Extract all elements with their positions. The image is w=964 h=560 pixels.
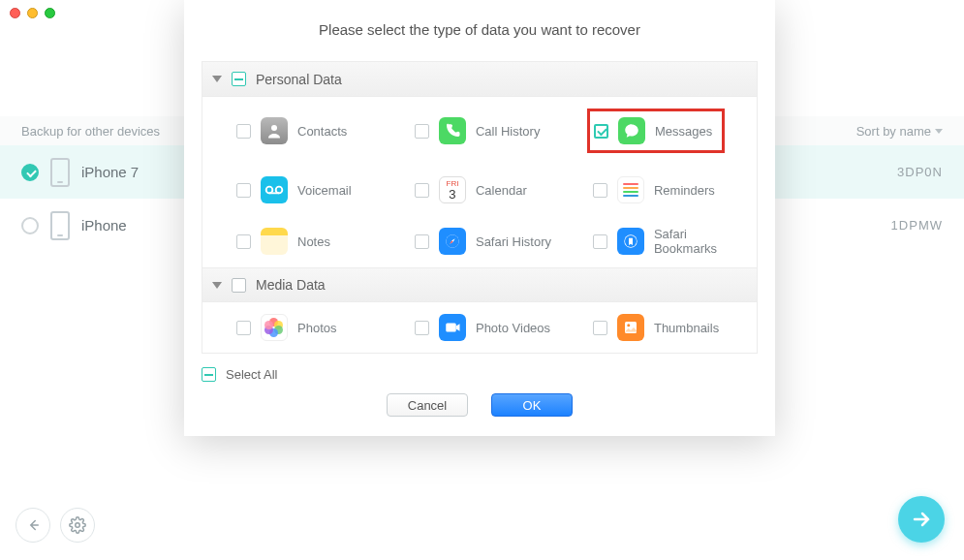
device-radio[interactable] xyxy=(21,217,39,234)
svg-point-9 xyxy=(627,324,630,327)
voicemail-icon xyxy=(261,176,288,203)
modal-button-row: Cancel OK xyxy=(202,393,758,417)
window-minimize-button[interactable] xyxy=(27,8,38,18)
item-checkbox-safaribm[interactable] xyxy=(593,234,607,249)
callhistory-icon xyxy=(439,117,466,144)
item-checkbox-notes[interactable] xyxy=(236,234,251,249)
item-label-reminders: Reminders xyxy=(654,183,715,198)
items-row: NotesSafari HistorySafari Bookmarks xyxy=(202,215,757,267)
svg-rect-7 xyxy=(446,324,456,332)
expand-toggle-personal[interactable] xyxy=(212,76,222,82)
expand-toggle-media[interactable] xyxy=(212,282,222,289)
item-checkbox-reminders[interactable] xyxy=(593,183,607,198)
item-label-voicemail: Voicemail xyxy=(297,183,352,198)
contacts-icon xyxy=(261,117,288,144)
modal-title: Please select the type of data you want … xyxy=(184,0,775,61)
safarihx-icon xyxy=(439,228,466,255)
data-type-item-thumbs[interactable]: Thumbnails xyxy=(569,314,747,341)
svg-point-0 xyxy=(76,523,80,528)
backup-for-other-label: Backup for other devices xyxy=(21,124,160,139)
item-checkbox-calendar[interactable] xyxy=(415,183,429,198)
item-checkbox-photos[interactable] xyxy=(236,321,251,335)
item-checkbox-messages[interactable] xyxy=(594,124,608,139)
item-checkbox-thumbs[interactable] xyxy=(593,321,607,335)
device-code: 1DPMW xyxy=(891,218,943,233)
item-checkbox-photovids[interactable] xyxy=(415,321,429,335)
select-all-row: Select All xyxy=(202,367,758,382)
item-label-photos: Photos xyxy=(297,321,336,335)
items-row: ContactsCall HistoryMessages xyxy=(202,97,757,165)
cancel-button[interactable]: Cancel xyxy=(387,393,468,417)
svg-point-1 xyxy=(271,125,277,131)
sort-by-name-dropdown[interactable]: Sort by name xyxy=(856,124,943,139)
data-type-item-voicemail[interactable]: Voicemail xyxy=(212,176,390,203)
svg-point-3 xyxy=(276,187,283,194)
phone-icon xyxy=(50,158,70,187)
section-title-media: Media Data xyxy=(256,277,326,293)
next-button[interactable] xyxy=(898,496,945,543)
section-checkbox-media[interactable] xyxy=(232,278,246,293)
device-name: iPhone xyxy=(81,217,178,233)
section-header-media: Media Data xyxy=(202,267,757,302)
data-type-item-safaribm[interactable]: Safari Bookmarks xyxy=(569,227,747,256)
phone-icon xyxy=(50,211,70,240)
data-type-item-callhistory[interactable]: Call History xyxy=(390,109,569,153)
data-type-item-messages[interactable]: Messages xyxy=(569,109,747,153)
items-row: VoicemailFRI3CalendarReminders xyxy=(202,165,757,215)
section-checkbox-personal[interactable] xyxy=(232,72,246,86)
thumbs-icon xyxy=(617,314,644,341)
arrow-right-icon xyxy=(910,508,933,531)
calendar-icon: FRI3 xyxy=(439,176,466,203)
data-type-item-calendar[interactable]: FRI3Calendar xyxy=(390,176,569,203)
data-type-item-photovids[interactable]: Photo Videos xyxy=(390,314,569,341)
modal-footer: Select All Cancel OK xyxy=(184,354,775,436)
safaribm-icon xyxy=(617,228,644,255)
device-name: iPhone 7 xyxy=(81,164,178,180)
data-type-item-reminders[interactable]: Reminders xyxy=(569,176,747,203)
notes-icon xyxy=(261,228,288,255)
item-label-notes: Notes xyxy=(297,234,330,249)
section-header-personal: Personal Data xyxy=(202,62,757,97)
ok-label: OK xyxy=(523,398,542,413)
settings-button[interactable] xyxy=(60,508,95,543)
data-type-item-notes[interactable]: Notes xyxy=(212,227,390,256)
data-type-item-contacts[interactable]: Contacts xyxy=(212,109,390,153)
select-all-checkbox[interactable] xyxy=(202,367,216,382)
item-label-safarihx: Safari History xyxy=(476,234,551,249)
modal-body: Personal DataContactsCall HistoryMessage… xyxy=(202,61,758,354)
item-checkbox-contacts[interactable] xyxy=(236,124,251,139)
item-checkbox-safarihx[interactable] xyxy=(415,234,429,249)
gear-icon xyxy=(69,516,86,534)
item-checkbox-voicemail[interactable] xyxy=(236,183,251,198)
item-label-safaribm: Safari Bookmarks xyxy=(654,227,747,256)
photovids-icon xyxy=(439,314,466,341)
window-close-button[interactable] xyxy=(10,8,20,18)
items-row: PhotosPhoto VideosThumbnails xyxy=(202,302,757,353)
window-zoom-button[interactable] xyxy=(45,8,55,18)
select-all-label: Select All xyxy=(226,367,277,382)
svg-point-2 xyxy=(266,187,273,194)
section-title-personal: Personal Data xyxy=(256,72,342,87)
window-controls xyxy=(10,8,55,18)
item-label-calendar: Calendar xyxy=(476,183,527,198)
data-type-item-photos[interactable]: Photos xyxy=(212,314,390,341)
reminders-icon xyxy=(617,176,644,203)
item-label-photovids: Photo Videos xyxy=(476,321,550,335)
device-code: 3DP0N xyxy=(897,165,943,179)
device-selected-radio[interactable] xyxy=(21,164,39,181)
photos-icon xyxy=(261,314,288,341)
cancel-label: Cancel xyxy=(408,398,447,413)
item-label-callhistory: Call History xyxy=(476,124,540,139)
back-button[interactable] xyxy=(16,508,50,543)
sort-label-text: Sort by name xyxy=(856,124,931,139)
item-label-messages: Messages xyxy=(655,124,712,139)
data-type-selection-modal: Please select the type of data you want … xyxy=(184,0,775,436)
item-label-thumbs: Thumbnails xyxy=(654,321,719,335)
item-label-contacts: Contacts xyxy=(297,124,347,139)
data-type-item-safarihx[interactable]: Safari History xyxy=(390,227,569,256)
arrow-left-icon xyxy=(24,516,42,534)
footer-controls xyxy=(16,508,95,543)
ok-button[interactable]: OK xyxy=(491,393,573,417)
messages-icon xyxy=(618,117,645,144)
item-checkbox-callhistory[interactable] xyxy=(415,124,429,139)
